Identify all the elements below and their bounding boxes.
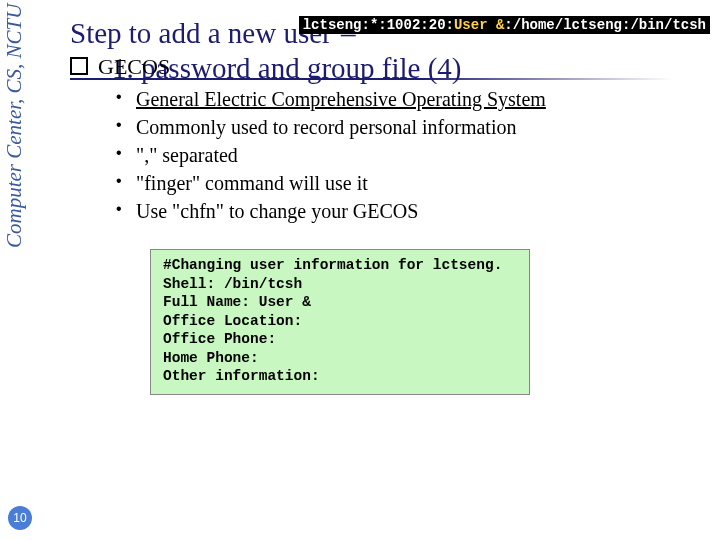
page-number: 10 — [8, 506, 32, 530]
list-item: "finger" command will use it — [116, 172, 710, 195]
terminal-output: #Changing user information for lctseng. … — [150, 249, 530, 395]
list-item-text: "finger" command will use it — [136, 172, 368, 194]
section-label: GECOS — [98, 54, 170, 79]
list-item-text: "," separated — [136, 144, 238, 166]
bullet-square-icon — [70, 57, 88, 75]
list-item-text: General Electric Comprehensive Operating… — [136, 88, 546, 110]
list-item: "," separated — [116, 144, 710, 167]
bullet-list: General Electric Comprehensive Operating… — [116, 88, 710, 223]
list-item-text: Commonly used to record personal informa… — [136, 116, 516, 138]
list-item: Use "chfn" to change your GECOS — [116, 200, 710, 223]
sidebar-institution-label: Computer Center, CS, NCTU — [2, 4, 30, 404]
section-heading: GECOS — [70, 54, 710, 80]
list-item: General Electric Comprehensive Operating… — [116, 88, 710, 111]
list-item: Commonly used to record personal informa… — [116, 116, 710, 139]
list-item-text: Use "chfn" to change your GECOS — [136, 200, 418, 222]
